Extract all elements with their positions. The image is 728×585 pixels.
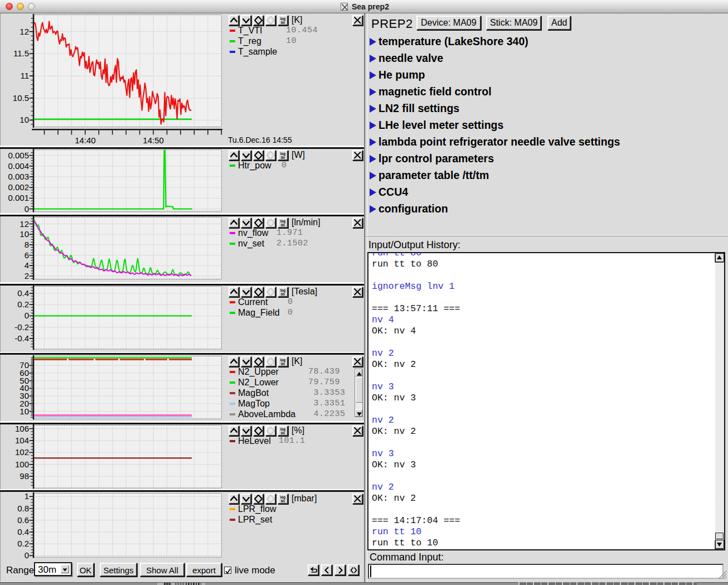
svg-text:0.003: 0.003 [8, 172, 29, 181]
svg-text:6: 6 [25, 250, 29, 260]
svg-text:-0.2: -0.2 [14, 322, 29, 332]
svg-text:0.001: 0.001 [8, 193, 29, 202]
svg-text:10: 10 [20, 115, 29, 124]
svg-text:0.002: 0.002 [8, 182, 29, 192]
svg-text:10.5: 10.5 [13, 93, 29, 103]
svg-text:12: 12 [20, 27, 29, 36]
svg-text:11.5: 11.5 [13, 49, 29, 58]
svg-text:100: 100 [15, 460, 29, 469]
svg-text:1: 1 [25, 491, 29, 501]
svg-text:14:50: 14:50 [143, 136, 164, 145]
svg-text:2: 2 [25, 271, 29, 281]
svg-text:104: 104 [15, 436, 29, 445]
svg-text:4: 4 [25, 260, 29, 270]
svg-text:0.005: 0.005 [8, 151, 29, 160]
svg-text:0: 0 [25, 550, 29, 560]
svg-text:0.2: 0.2 [17, 299, 29, 309]
svg-text:0.2: 0.2 [17, 539, 29, 548]
svg-text:102: 102 [15, 447, 29, 457]
svg-text:0.8: 0.8 [17, 504, 29, 513]
svg-text:8: 8 [25, 240, 29, 249]
svg-text:106: 106 [15, 424, 29, 433]
svg-text:0: 0 [25, 311, 29, 320]
svg-text:14:40: 14:40 [75, 136, 96, 145]
svg-text:-0.4: -0.4 [14, 333, 29, 343]
svg-text:10: 10 [20, 407, 29, 416]
svg-text:0.4: 0.4 [17, 527, 29, 536]
svg-text:12: 12 [20, 219, 29, 229]
svg-text:0.6: 0.6 [17, 515, 29, 525]
svg-text:98: 98 [20, 471, 29, 481]
svg-text:0: 0 [25, 204, 29, 214]
svg-text:10: 10 [20, 229, 29, 239]
svg-text:0.4: 0.4 [17, 288, 29, 298]
svg-text:0.004: 0.004 [8, 161, 29, 171]
svg-text:11: 11 [20, 71, 29, 80]
